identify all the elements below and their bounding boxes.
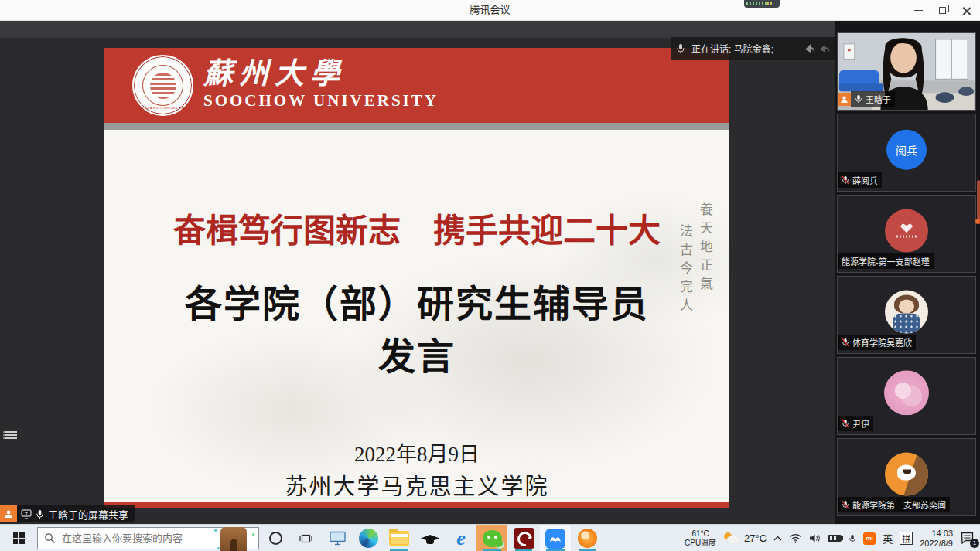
participant-tile[interactable]: 能源学院第一支部苏奕闻 (837, 438, 976, 516)
avatar (885, 209, 928, 252)
clock-time: 14:03 (920, 529, 953, 539)
stage-top-strip (0, 21, 835, 38)
restore-button[interactable] (930, 0, 954, 21)
taskbar-app-wechat[interactable] (476, 525, 507, 551)
internet-explorer-icon: e (456, 529, 466, 548)
cortana-icon (269, 532, 282, 545)
sparkle-icon (217, 547, 220, 549)
weather-widget[interactable]: 27°C (723, 532, 767, 545)
main-title-line1: 各学院（部）研究生辅导员 (104, 278, 729, 331)
taskbar-app-learning[interactable] (415, 525, 446, 551)
main-title-line2: 发言 (104, 331, 729, 383)
audio-level-bars-2 (767, 2, 773, 5)
shared-slide: UNTO A FULL GROWN MAN 蘇州大學 SOOCHOW UNIVE… (104, 48, 729, 508)
university-seal-logo: UNTO A FULL GROWN MAN (132, 55, 193, 116)
cpu-temperature: 61°C CPU温度 (685, 529, 716, 548)
participant-name: 能源学院第一支部苏奕闻 (852, 498, 946, 511)
taskbar-clock[interactable]: 14:03 2022/8/9 (920, 529, 953, 549)
tray-mic-icon[interactable] (849, 533, 856, 544)
slide-red-title: 奋楫笃行图新志携手共迎二十大 (104, 204, 729, 251)
edge-browser-icon (359, 529, 378, 548)
taskbar-search[interactable] (37, 527, 259, 549)
avatar-emblem (900, 223, 913, 233)
slide-date: 2022年8月9日 (104, 437, 729, 468)
action-center-button[interactable]: 1 (960, 531, 977, 546)
red-title-left: 奋楫笃行图新志 (173, 212, 401, 250)
computer-icon (329, 531, 347, 546)
avatar (885, 290, 928, 333)
annotation-arrow-icon[interactable] (803, 43, 816, 54)
minimize-icon (914, 10, 923, 11)
screen-share-pill: 王晗于的屏幕共享 (0, 505, 135, 522)
seal-motto-text: UNTO A FULL GROWN MAN (134, 106, 192, 110)
slide-footer-stripe (104, 502, 729, 508)
presenter-badge (0, 505, 17, 522)
avatar: 阅兵 (886, 129, 927, 169)
avatar-face (899, 299, 914, 313)
wifi-icon[interactable] (789, 533, 802, 543)
cap-base (426, 540, 434, 544)
mic-on-icon (855, 94, 862, 104)
battery-icon[interactable] (828, 535, 842, 542)
speaking-text: 正在讲话: 马院金鑫; (691, 42, 803, 55)
taskbar-app-red[interactable] (509, 525, 538, 551)
taskbar-app-edge[interactable] (353, 525, 384, 551)
participant-tile[interactable]: 体育学院吴嘉欣 (837, 276, 976, 354)
xiaomi-icon[interactable]: mi (863, 532, 876, 545)
speaking-indicator-banner: 正在讲话: 马院金鑫; (671, 37, 835, 60)
mic-muted-icon (842, 175, 849, 185)
participant-tile-video[interactable]: 王晗于 (837, 32, 976, 111)
avatar-text: 阅兵 (896, 141, 917, 157)
taskbar-app-pc[interactable] (322, 525, 353, 551)
minimize-button[interactable] (907, 0, 930, 21)
taskbar-app-tencent-meeting[interactable] (540, 525, 571, 551)
toggle-line (3, 431, 17, 433)
taskbar-app-orange[interactable] (572, 525, 602, 551)
avatar (884, 370, 929, 415)
seal-core (150, 73, 176, 99)
sparkle-icon (252, 533, 254, 536)
mic-muted-icon (842, 338, 849, 347)
university-name-cn: 蘇州大學 (203, 49, 346, 92)
windows-logo-icon (13, 532, 25, 544)
participant-tile[interactable]: 阅兵 薛阅兵 (837, 114, 976, 192)
cortana-button[interactable] (261, 525, 290, 551)
slide-body: 奋楫笃行图新志携手共迎二十大 各学院（部）研究生辅导员 发言 養天地正氣 法古今… (104, 130, 729, 502)
search-highlight-art[interactable] (211, 525, 256, 551)
speaker-icon[interactable] (809, 533, 821, 543)
start-button[interactable] (0, 525, 37, 551)
window-title: 腾讯会议 (0, 0, 980, 20)
cloud-icon (727, 536, 739, 543)
close-button[interactable] (954, 0, 978, 21)
toggle-line (3, 434, 17, 436)
sidebar-scrollbar[interactable] (977, 180, 980, 223)
ime-language[interactable]: 英 (883, 531, 893, 546)
share-label: 王晗于的屏幕共享 (48, 507, 128, 522)
chevron-up-icon[interactable] (773, 536, 782, 541)
toggle-line (3, 437, 17, 439)
slide-gray-stripe (104, 123, 729, 130)
tencent-meeting-icon (545, 529, 565, 549)
avatar-body (893, 313, 920, 333)
notification-count-badge: 1 (970, 539, 979, 548)
participant-tile[interactable]: 能源学院-第一支部赵瑾 (837, 195, 976, 273)
ime-pinyin-badge[interactable]: 拼 (900, 532, 913, 545)
sidebar-scroll-handle[interactable] (975, 219, 980, 224)
weather-icon (723, 532, 740, 545)
undo-arrow-icon[interactable] (818, 43, 831, 54)
windows-taskbar: e 61°C CPU温度 27°C (0, 524, 980, 551)
wechat-icon (483, 530, 502, 547)
taskbar-app-explorer[interactable] (384, 525, 415, 551)
close-icon (962, 6, 971, 15)
sparkle-icon (214, 529, 217, 532)
slide-organization: 苏州大学马克思主义学院 (104, 468, 729, 501)
host-badge (838, 93, 851, 106)
panel-toggle-icon[interactable] (3, 430, 17, 440)
task-view-button[interactable] (291, 525, 320, 551)
meeting-mini-toolbar[interactable] (744, 0, 780, 8)
participant-tile[interactable]: 尹伊 (837, 357, 976, 435)
participant-name: 尹伊 (852, 417, 869, 430)
red-app-icon (514, 528, 534, 549)
participant-name: 薛阅兵 (852, 174, 878, 186)
taskbar-app-ie[interactable]: e (446, 525, 476, 551)
